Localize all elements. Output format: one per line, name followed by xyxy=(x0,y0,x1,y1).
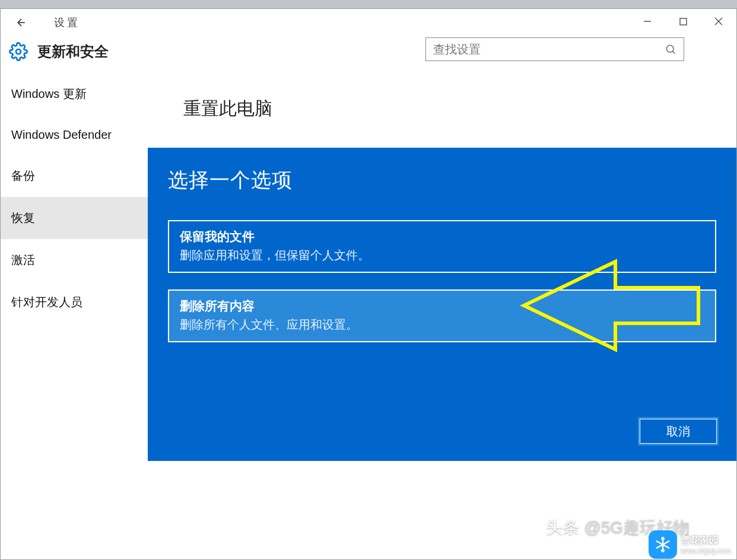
snowflake-icon xyxy=(649,530,677,559)
sidebar-item-recovery[interactable]: 恢复 xyxy=(1,197,148,239)
window-title: 设置 xyxy=(54,15,80,30)
arrow-annotation-icon xyxy=(520,258,710,353)
settings-window: 设置 更新和安全 W xyxy=(0,8,737,560)
arrow-left-icon xyxy=(15,17,27,28)
content-heading: 重置此电脑 xyxy=(183,97,701,121)
back-button[interactable] xyxy=(14,15,29,30)
cancel-label: 取消 xyxy=(666,424,690,440)
maximize-button[interactable] xyxy=(665,9,701,34)
sidebar-item-label: Windows Defender xyxy=(11,128,112,141)
sidebar-item-label: Windows 更新 xyxy=(11,87,87,100)
sidebar: Windows 更新 Windows Defender 备份 恢复 激活 针对开… xyxy=(1,73,148,548)
svg-marker-7 xyxy=(524,262,698,349)
dialog-title: 选择一个选项 xyxy=(168,167,716,194)
svg-line-6 xyxy=(672,51,675,53)
svg-rect-1 xyxy=(680,18,687,25)
watermark: 雪花家园 www.xhjaty.com xyxy=(649,530,731,559)
search-input[interactable] xyxy=(433,43,665,56)
cancel-button[interactable]: 取消 xyxy=(639,418,717,444)
sidebar-item-label: 激活 xyxy=(11,253,35,266)
search-icon xyxy=(665,43,676,55)
minimize-button[interactable] xyxy=(630,9,665,34)
section-title: 更新和安全 xyxy=(37,42,109,61)
search-box[interactable] xyxy=(425,37,684,61)
sidebar-item-backup[interactable]: 备份 xyxy=(1,155,148,197)
sidebar-item-windows-update[interactable]: Windows 更新 xyxy=(1,73,148,115)
svg-point-5 xyxy=(666,45,674,52)
sidebar-item-label: 备份 xyxy=(11,169,35,182)
minimize-icon xyxy=(643,17,652,26)
option-title: 保留我的文件 xyxy=(180,228,704,245)
gear-icon xyxy=(8,41,29,62)
sidebar-item-activation[interactable]: 激活 xyxy=(1,239,148,281)
sidebar-item-defender[interactable]: Windows Defender xyxy=(1,115,148,155)
sidebar-item-developers[interactable]: 针对开发人员 xyxy=(1,281,148,323)
titlebar: 设置 xyxy=(1,9,736,36)
header-row: 更新和安全 xyxy=(1,36,736,73)
sidebar-item-label: 针对开发人员 xyxy=(11,295,82,308)
maximize-icon xyxy=(679,18,687,26)
close-icon xyxy=(714,17,723,26)
close-button[interactable] xyxy=(701,9,736,34)
watermark-text: 雪花家园 www.xhjaty.com xyxy=(681,534,731,555)
reset-dialog: 选择一个选项 保留我的文件 删除应用和设置，但保留个人文件。 删除所有内容 删除… xyxy=(148,148,736,461)
window-controls xyxy=(630,9,736,34)
svg-point-4 xyxy=(16,49,21,54)
sidebar-item-label: 恢复 xyxy=(11,211,35,224)
